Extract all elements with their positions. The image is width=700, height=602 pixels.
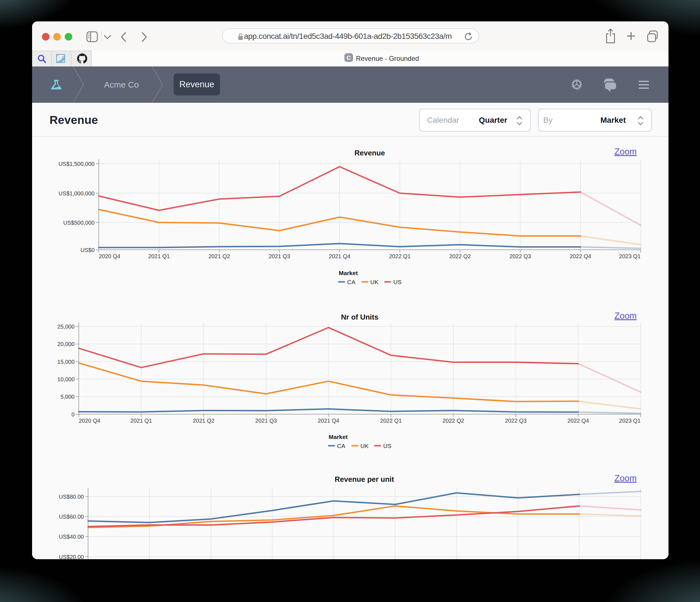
svg-text:2023 Q1: 2023 Q1 [619,417,641,424]
svg-text:US$80.00: US$80.00 [59,493,84,500]
svg-text:2021 Q3: 2021 Q3 [255,417,277,424]
svg-text:UK: UK [360,443,369,449]
svg-text:UK: UK [370,279,378,285]
svg-text:2021 Q2: 2021 Q2 [193,417,215,424]
svg-text:0: 0 [72,411,75,417]
svg-text:20,000: 20,000 [57,341,75,347]
svg-text:2022 Q1: 2022 Q1 [380,417,402,424]
svg-text:US$40.00: US$40.00 [59,534,84,540]
svg-text:Nr of Units: Nr of Units [341,313,378,321]
svg-text:US: US [383,443,391,449]
svg-text:2021 Q3: 2021 Q3 [269,253,290,259]
svg-text:25,000: 25,000 [57,323,75,330]
svg-text:2022 Q1: 2022 Q1 [389,253,411,259]
svg-text:US$1,500,000: US$1,500,000 [58,161,95,167]
svg-text:US$0: US$0 [80,247,95,253]
svg-text:2022 Q3: 2022 Q3 [505,417,527,424]
svg-text:Market: Market [339,270,358,276]
svg-text:2021 Q2: 2021 Q2 [208,253,230,259]
svg-text:US$500,000: US$500,000 [63,220,95,226]
svg-text:US: US [393,279,401,285]
svg-text:Zoom: Zoom [615,147,637,156]
svg-text:Zoom: Zoom [615,311,637,321]
svg-text:2022 Q3: 2022 Q3 [509,253,531,259]
svg-text:5,000: 5,000 [60,394,75,400]
svg-text:2020 Q4: 2020 Q4 [79,417,100,424]
svg-text:2022 Q2: 2022 Q2 [443,417,464,424]
svg-text:US$20.00: US$20.00 [59,554,84,559]
svg-text:10,000: 10,000 [57,376,75,382]
svg-text:2022 Q4: 2022 Q4 [570,253,592,259]
svg-text:15,000: 15,000 [57,359,75,365]
svg-text:Zoom: Zoom [615,473,637,483]
svg-text:Revenue: Revenue [354,149,385,157]
svg-text:2022 Q4: 2022 Q4 [568,417,589,424]
svg-text:US$60.00: US$60.00 [59,513,84,520]
svg-text:CA: CA [337,443,345,449]
svg-text:2023 Q1: 2023 Q1 [619,253,641,259]
svg-text:2022 Q2: 2022 Q2 [449,253,471,259]
svg-text:2020 Q4: 2020 Q4 [99,253,120,259]
svg-text:2021 Q1: 2021 Q1 [130,417,152,424]
svg-text:Revenue per unit: Revenue per unit [335,475,394,483]
svg-text:2021 Q4: 2021 Q4 [318,417,339,424]
svg-text:Market: Market [329,434,348,440]
svg-text:2021 Q1: 2021 Q1 [148,253,170,259]
svg-text:2021 Q4: 2021 Q4 [329,253,351,259]
svg-text:CA: CA [347,279,355,285]
svg-text:US$1,000,000: US$1,000,000 [58,190,95,196]
